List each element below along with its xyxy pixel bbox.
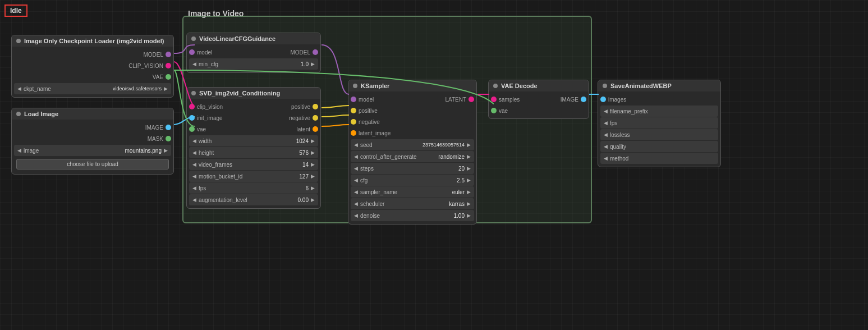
- vd-vae-row: vae: [489, 105, 589, 116]
- image-widget[interactable]: ◀ image mountains.png ▶: [14, 145, 171, 156]
- min-cfg-left[interactable]: ◀: [191, 61, 198, 67]
- dn-right[interactable]: ▶: [466, 213, 472, 218]
- sw-images-in[interactable]: [600, 97, 606, 102]
- sw-fps-left[interactable]: ◀: [603, 120, 609, 126]
- al-left[interactable]: ◀: [191, 197, 198, 203]
- ks-positive-in[interactable]: [351, 108, 356, 113]
- vd-samples-in[interactable]: [491, 97, 497, 102]
- ckpt-name-widget[interactable]: ◀ ckpt_name video/svd.safetensors ▶: [14, 83, 171, 94]
- port-mask-out: MASK: [12, 133, 173, 144]
- image-arrow-right[interactable]: ▶: [163, 148, 169, 153]
- height-right[interactable]: ▶: [310, 150, 316, 155]
- height-left[interactable]: ◀: [191, 150, 198, 155]
- sn-right[interactable]: ▶: [466, 189, 472, 195]
- load-image-header: Load Image: [12, 108, 173, 120]
- ctrl-after-widget[interactable]: ◀ control_after_generate randomize ▶: [351, 151, 474, 162]
- cag-left[interactable]: ◀: [353, 154, 359, 159]
- dn-left[interactable]: ◀: [353, 213, 359, 218]
- mb-value: 127: [299, 173, 309, 180]
- ks-latent-out[interactable]: [469, 97, 474, 102]
- fp-left[interactable]: ◀: [603, 108, 609, 114]
- model-in-label: model: [195, 49, 214, 56]
- scheduler-widget[interactable]: ◀ scheduler karras ▶: [351, 198, 474, 209]
- height-widget[interactable]: ◀ height 576 ▶: [189, 147, 318, 158]
- svd-vae-label: vae: [195, 126, 208, 132]
- width-left[interactable]: ◀: [191, 138, 198, 144]
- svd-latent-out[interactable]: [313, 126, 318, 132]
- ks-positive-row: positive: [348, 105, 476, 116]
- port-clip-vision-out: CLIP_VISION: [12, 60, 173, 71]
- min-cfg-widget[interactable]: ◀ min_cfg 1.0 ▶: [189, 58, 318, 70]
- vf-left[interactable]: ◀: [191, 162, 198, 167]
- sch-right[interactable]: ▶: [466, 201, 472, 207]
- ks-negative-in[interactable]: [351, 119, 356, 125]
- method-widget[interactable]: ◀ method: [600, 153, 718, 164]
- quality-widget[interactable]: ◀ quality: [600, 141, 718, 152]
- ckpt-arrow-left[interactable]: ◀: [16, 86, 22, 91]
- cfg-right[interactable]: ▶: [466, 177, 472, 183]
- image-arrow-left[interactable]: ◀: [16, 148, 22, 153]
- image-out-port[interactable]: [166, 125, 171, 130]
- steps-right[interactable]: ▶: [466, 166, 472, 171]
- fps-left[interactable]: ◀: [191, 185, 198, 191]
- sch-left[interactable]: ◀: [353, 201, 359, 207]
- width-right[interactable]: ▶: [310, 138, 316, 144]
- al-right[interactable]: ▶: [310, 197, 316, 203]
- steps-widget[interactable]: ◀ steps 20 ▶: [351, 163, 474, 174]
- checkpoint-title: Image Only Checkpoint Loader (img2vid mo…: [24, 38, 164, 44]
- denoise-widget[interactable]: ◀ denoise 1.00 ▶: [351, 210, 474, 221]
- dn-value: 1.00: [454, 213, 465, 219]
- cfg-left[interactable]: ◀: [353, 177, 359, 183]
- fps-widget[interactable]: ◀ fps 6 ▶: [189, 182, 318, 194]
- cfg-widget[interactable]: ◀ cfg 2.5 ▶: [351, 175, 474, 186]
- svd-positive-out[interactable]: [313, 104, 318, 109]
- svd-negative-out[interactable]: [313, 115, 318, 121]
- aug-level-widget[interactable]: ◀ augmentation_level 0.00 ▶: [189, 194, 318, 205]
- ks-latent-in[interactable]: [351, 130, 356, 136]
- mb-right[interactable]: ▶: [310, 173, 316, 179]
- vae-decode-title: VAE Decode: [501, 82, 538, 89]
- video-cfg-model-in[interactable]: [189, 49, 195, 55]
- svd-clip-in[interactable]: [189, 104, 195, 109]
- sn-left[interactable]: ◀: [353, 189, 359, 195]
- ks-model-in[interactable]: [351, 97, 356, 102]
- choose-file-button[interactable]: choose file to upload: [16, 159, 169, 169]
- seed-left[interactable]: ◀: [353, 142, 359, 148]
- sampler-name-widget[interactable]: ◀ sampler_name euler ▶: [351, 186, 474, 198]
- vf-right[interactable]: ▶: [310, 162, 316, 167]
- lossless-widget[interactable]: ◀ lossless: [600, 129, 718, 140]
- sw-images-label: images: [606, 97, 628, 103]
- svd-init-in[interactable]: [189, 115, 195, 121]
- seed-right[interactable]: ▶: [466, 142, 472, 148]
- filename-prefix-widget[interactable]: ◀ filename_prefix: [600, 106, 718, 117]
- clip-vision-port[interactable]: [166, 63, 171, 68]
- ql-left[interactable]: ◀: [603, 144, 609, 149]
- ml-left[interactable]: ◀: [603, 155, 609, 161]
- checkpoint-dot: [16, 39, 21, 43]
- sw-fps-widget[interactable]: ◀ fps: [600, 117, 718, 129]
- svd-latent-label: latent: [295, 126, 313, 132]
- vd-vae-in[interactable]: [491, 108, 497, 113]
- model-port[interactable]: [166, 52, 171, 57]
- video-frames-widget[interactable]: ◀ video_frames 14 ▶: [189, 159, 318, 170]
- steps-left[interactable]: ◀: [353, 166, 359, 171]
- sch-label: scheduler: [360, 201, 448, 207]
- fps-right[interactable]: ▶: [310, 185, 316, 191]
- cag-right[interactable]: ▶: [466, 154, 472, 159]
- vae-port[interactable]: [166, 74, 171, 80]
- ll-left[interactable]: ◀: [603, 132, 609, 138]
- min-cfg-right[interactable]: ▶: [310, 61, 316, 67]
- min-cfg-value: 1.0: [301, 61, 309, 67]
- mb-left[interactable]: ◀: [191, 173, 198, 179]
- svd-vae-in[interactable]: [189, 126, 195, 132]
- vd-image-out[interactable]: [581, 97, 586, 102]
- video-cfg-model-out[interactable]: [313, 49, 318, 55]
- mask-port[interactable]: [166, 136, 171, 141]
- checkpoint-loader-node: Image Only Checkpoint Loader (img2vid mo…: [11, 35, 174, 98]
- ckpt-arrow-right[interactable]: ▶: [163, 86, 169, 91]
- width-widget[interactable]: ◀ width 1024 ▶: [189, 135, 318, 146]
- al-label: augmentation_level: [199, 197, 297, 203]
- seed-widget[interactable]: ◀ seed 237514639057514 ▶: [351, 139, 474, 150]
- motion-bucket-widget[interactable]: ◀ motion_bucket_id 127 ▶: [189, 171, 318, 182]
- save-webp-body: images ◀ filename_prefix ◀ fps ◀ lossles…: [598, 91, 720, 167]
